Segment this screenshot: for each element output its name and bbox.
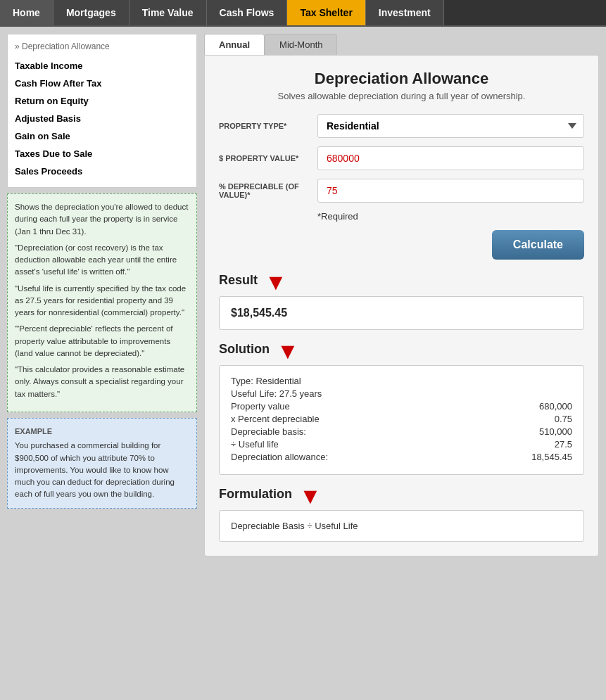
sidebar-item-gain-sale[interactable]: Gain on Sale <box>15 127 189 145</box>
solution-depreciable-basis-value: 510,000 <box>516 426 572 437</box>
sidebar-item-taxes-due[interactable]: Taxes Due to Sale <box>15 145 189 163</box>
info-box: Shows the depreciation you're allowed to… <box>7 193 197 412</box>
sidebar-item-cash-flow[interactable]: Cash Flow After Tax <box>15 75 189 92</box>
formulation-label: Formulation <box>219 487 292 502</box>
solution-depreciation-row: Depreciation allowance: 18,545.45 <box>231 452 572 462</box>
nav-tab-tax-shelter[interactable]: Tax Shelter <box>287 0 365 25</box>
property-type-label: PROPERTY TYPE* <box>219 122 317 130</box>
solution-useful-life2-label: ÷ Useful life <box>231 439 279 450</box>
property-value-row: $ PROPERTY VALUE* <box>219 146 584 170</box>
tab-bar: Annual Mid-Month <box>204 34 599 55</box>
solution-depreciable-basis-label: Depreciable basis: <box>231 426 306 437</box>
solution-useful-life-label: Useful Life: 27.5 years <box>231 388 322 399</box>
nav-tab-mortgages[interactable]: Mortgages <box>53 0 130 25</box>
content-area: Annual Mid-Month Depreciation Allowance … <box>204 34 599 556</box>
info-para-2: "Depreciation (or cost recovery) is the … <box>15 242 189 279</box>
calculate-btn-wrap: Calculate <box>219 230 584 260</box>
property-value-input[interactable] <box>317 146 584 170</box>
calculate-button[interactable]: Calculate <box>492 230 584 260</box>
solution-depreciation-label: Depreciation allowance: <box>231 452 328 462</box>
main-layout: » Depreciation Allowance Taxable Income … <box>0 27 606 564</box>
solution-x-percent-label: x Percent depreciable <box>231 414 320 424</box>
result-box: $18,545.45 <box>219 296 584 330</box>
sidebar-item-return-equity[interactable]: Return on Equity <box>15 92 189 110</box>
nav-tab-investment[interactable]: Investment <box>366 0 444 25</box>
solution-type-label: Type: Residential <box>231 376 301 386</box>
required-note: *Required <box>317 211 584 222</box>
formulation-arrow: ▼ <box>299 485 322 507</box>
solution-arrow: ▼ <box>277 340 299 362</box>
info-para-3: "Useful life is currently specified by t… <box>15 283 189 319</box>
info-para-4: "'Percent depreciable' reflects the perc… <box>15 323 189 359</box>
sidebar-item-sales-proceeds[interactable]: Sales Proceeds <box>15 163 189 180</box>
result-arrow: ▼ <box>265 271 287 293</box>
sidebar-menu: » Depreciation Allowance Taxable Income … <box>7 34 197 188</box>
main-panel: Depreciation Allowance Solves allowable … <box>204 55 599 556</box>
nav-tab-cash-flows[interactable]: Cash Flows <box>207 0 288 25</box>
formula-box: Depreciable Basis ÷ Useful Life <box>219 510 584 542</box>
property-value-label: $ PROPERTY VALUE* <box>219 154 317 163</box>
example-label: EXAMPLE <box>15 426 189 438</box>
sidebar: » Depreciation Allowance Taxable Income … <box>7 34 197 556</box>
sidebar-header: » Depreciation Allowance <box>15 42 189 51</box>
property-type-select[interactable]: Residential Nonresidential <box>317 114 584 138</box>
info-para-5: "This calculator provides a reasonable e… <box>15 364 189 400</box>
solution-useful-life-row: Useful Life: 27.5 years <box>231 388 572 399</box>
solution-property-value-value: 680,000 <box>516 401 572 412</box>
nav-bar: Home Mortgages Time Value Cash Flows Tax… <box>0 0 606 27</box>
solution-box: Type: Residential Useful Life: 27.5 year… <box>219 365 584 475</box>
nav-tab-home[interactable]: Home <box>0 0 53 25</box>
depreciable-row: % DEPRECIABLE (OF VALUE)* <box>219 179 584 203</box>
solution-useful-life2-row: ÷ Useful life 27.5 <box>231 439 572 450</box>
solution-label: Solution <box>219 342 270 357</box>
solution-x-percent-row: x Percent depreciable 0.75 <box>231 414 572 424</box>
solution-property-value-label: Property value <box>231 401 290 412</box>
depreciable-label: % DEPRECIABLE (OF VALUE)* <box>219 182 317 199</box>
property-type-input-wrap: Residential Nonresidential <box>317 114 584 138</box>
sidebar-item-adjusted-basis[interactable]: Adjusted Basis <box>15 110 189 127</box>
sidebar-item-taxable-income[interactable]: Taxable Income <box>15 57 189 75</box>
solution-depreciable-basis-row: Depreciable basis: 510,000 <box>231 426 572 437</box>
example-box: EXAMPLE You purchased a commercial build… <box>7 418 197 509</box>
solution-depreciation-value: 18,545.45 <box>516 452 572 462</box>
panel-subtitle: Solves allowable depreciation during a f… <box>219 91 584 101</box>
nav-tab-time-value[interactable]: Time Value <box>130 0 207 25</box>
depreciable-input-wrap <box>317 179 584 203</box>
solution-x-percent-value: 0.75 <box>516 414 572 424</box>
property-value-input-wrap <box>317 146 584 170</box>
tab-annual[interactable]: Annual <box>204 34 265 55</box>
tab-mid-month[interactable]: Mid-Month <box>265 34 337 55</box>
example-text: You purchased a commercial building for … <box>15 440 189 500</box>
panel-title: Depreciation Allowance <box>219 70 584 88</box>
depreciable-input[interactable] <box>317 179 584 203</box>
solution-type-row: Type: Residential <box>231 376 572 386</box>
solution-useful-life2-value: 27.5 <box>516 439 572 450</box>
info-para-1: Shows the depreciation you're allowed to… <box>15 201 189 238</box>
property-type-row: PROPERTY TYPE* Residential Nonresidentia… <box>219 114 584 138</box>
solution-property-value-row: Property value 680,000 <box>231 401 572 412</box>
result-label: Result <box>219 273 258 288</box>
